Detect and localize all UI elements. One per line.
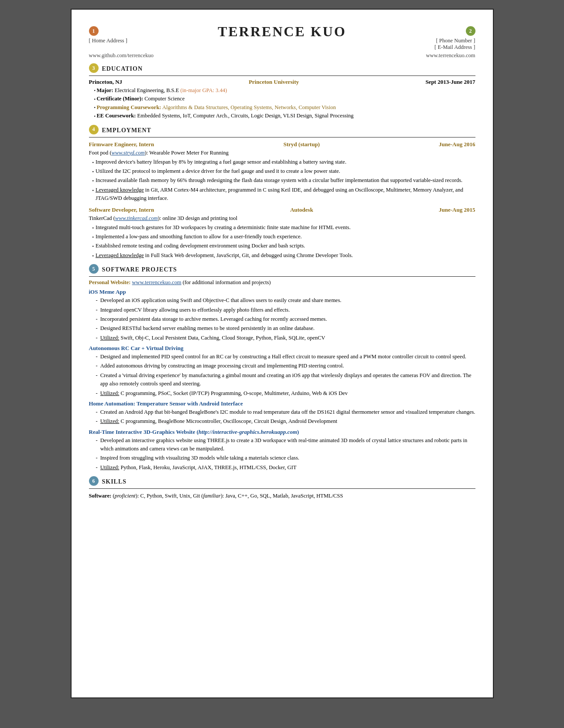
job-2-bullet-2: Implemented a low-pass and smoothing fun…: [92, 233, 475, 241]
3d-bullet-1: Developed an interactive graphics websit…: [96, 436, 475, 453]
job-2-dates: June-Aug 2015: [397, 206, 475, 213]
job-2-title: Software Developer, Intern: [89, 206, 207, 213]
rc-bullet-1: Designed and implemented PID speed contr…: [96, 353, 475, 361]
home-bullet-2: Utilized: C programming, BeagleBone Micr…: [96, 417, 475, 426]
job-1-title: Firmware Engineer, Intern: [89, 141, 207, 148]
github-link[interactable]: www.github.com/terrencekuo: [89, 52, 154, 59]
education-row: Princeton, NJ Princeton University Sept …: [89, 79, 475, 86]
project-rc-bullets: Designed and implemented PID speed contr…: [89, 353, 475, 398]
job-2-bullet-1: Integrated multi-touch gestures for 3D w…: [92, 223, 475, 232]
job-2-row: Software Developer, Intern Autodesk June…: [89, 206, 475, 213]
edu-bullet-4: EE Coursework: Embedded Systems, IoT, Co…: [94, 112, 475, 120]
project-home-title: Home Automation: Temperature Sensor with…: [89, 400, 475, 407]
stryd-link[interactable]: www.stryd.com: [112, 150, 145, 156]
ios-bullet-3: Incorporated persistent data storage to …: [96, 315, 475, 323]
edu-location: Princeton, NJ: [89, 79, 123, 86]
edu-prog-text: Algorithms & Data Structures, Operating …: [162, 104, 336, 110]
badge-1: 1: [89, 26, 99, 36]
ios-utilized: Utilized:: [100, 335, 120, 341]
personal-website-note: (for additional information and projects…: [181, 279, 271, 285]
edu-ee-text: Embedded Systems, IoT, Computer Arch., C…: [137, 113, 354, 119]
header-right: 2 [ Phone Number ] [ E-Mail Address ]: [379, 23, 475, 51]
job-1-bullet-4: Leveraged knowledge in Git, ARM Cortex-M…: [92, 186, 475, 203]
rc-bullet-2: Added autonomous driving by constructing…: [96, 362, 475, 370]
graphics-link[interactable]: http://interactive-graphics.herokuapp.co…: [198, 429, 297, 435]
personal-website-link[interactable]: www.terrencekuo.com: [132, 279, 181, 285]
badge-4: 4: [89, 125, 99, 134]
skills-section-header: 6 Skills: [89, 476, 475, 489]
tinkercad-link[interactable]: www.tinkercad.com: [115, 215, 158, 221]
home-utilized: Utilized:: [100, 418, 120, 424]
website-link[interactable]: www.terrencekuo.com: [426, 52, 475, 59]
projects-title: Software Projects: [102, 266, 177, 273]
job-2-company: Autodesk: [207, 206, 397, 213]
edu-major-label: Major:: [97, 87, 113, 93]
skills-text: Software: (proficient): C, Python, Swift…: [89, 491, 475, 500]
ios-bullet-1: Developed an iOS application using Swift…: [96, 296, 475, 305]
project-rc-title: Autonomous RC Car + Virtual Driving: [89, 345, 475, 352]
header-left: 1 [ Home Address ]: [89, 23, 185, 44]
edu-cert-label: Certificate (Minor):: [97, 96, 144, 102]
skills-title: Skills: [102, 478, 127, 485]
job-1-dates: June-Aug 2016: [397, 141, 475, 148]
rc-bullet-4: Utilized: C programming, PSoC, Socket (I…: [96, 389, 475, 398]
edu-school: Princeton University: [249, 79, 299, 86]
phone-number: [ Phone Number ]: [379, 38, 475, 44]
home-bullet-1: Created an Android App that bit-banged B…: [96, 408, 475, 416]
edu-bullets-list: Major: Electrical Engineering, B.S.E (in…: [89, 86, 475, 120]
sub-header: www.github.com/terrencekuo www.terrencek…: [89, 52, 475, 59]
edu-bullet-2: Certificate (Minor): Computer Science: [94, 95, 475, 103]
job-1-bullets: Improved device's battery lifespan by 8%…: [89, 158, 475, 203]
project-3d-bullets: Developed an interactive graphics websit…: [89, 436, 475, 472]
ios-bullet-2: Integrated openCV library allowing users…: [96, 306, 475, 314]
job-1-bullet-1: Improved device's battery lifespan by 8%…: [92, 158, 475, 166]
leveraged-2: Leveraged knowledge: [96, 252, 144, 258]
job-2-bullet-4: Leveraged knowledge in Full Stack Web de…: [92, 251, 475, 260]
skills-proficient-label: proficient: [115, 493, 136, 499]
job-1-bullet-2: Utilized the I2C protocol to implement a…: [92, 167, 475, 175]
3d-bullet-2: Inspired from struggling with visualizin…: [96, 454, 475, 462]
edu-bullet-3: Programming Coursework: Algorithms & Dat…: [94, 103, 475, 112]
job-1-row: Firmware Engineer, Intern Stryd (startup…: [89, 141, 475, 148]
edu-bullet-1: Major: Electrical Engineering, B.S.E (in…: [94, 86, 475, 95]
education-title: Education: [102, 65, 143, 72]
resume-container: 1 [ Home Address ] Terrence Kuo 2 [ Phon…: [71, 9, 494, 698]
employment-section-header: 4 Employment: [89, 125, 475, 137]
badge-5: 5: [89, 264, 99, 274]
email-address: [ E-Mail Address ]: [379, 44, 475, 51]
job-2-desc: TinkerCad (www.tinkercad.com): online 3D…: [89, 214, 475, 222]
edu-gpa: (in-major GPA: 3.44): [180, 87, 227, 93]
3d-utilized: Utilized:: [100, 464, 120, 470]
badge-6: 6: [89, 476, 99, 486]
ios-bullet-5: Utilized: Swift, Obj-C, Local Persistent…: [96, 334, 475, 342]
personal-website-label: Personal Website:: [89, 279, 132, 285]
badge-3: 3: [89, 63, 99, 73]
rc-utilized: Utilized:: [100, 390, 120, 396]
skills-software-label: Software:: [89, 493, 112, 499]
project-ios-bullets: Developed an iOS application using Swift…: [89, 296, 475, 342]
project-home-bullets: Created an Android App that bit-banged B…: [89, 408, 475, 426]
ios-bullet-4: Designed RESTful backend server enabling…: [96, 324, 475, 333]
3d-bullet-3: Utilized: Python, Flask, Heroku, JavaScr…: [96, 464, 475, 472]
employment-title: Employment: [102, 127, 151, 134]
job-1-company: Stryd (startup): [207, 141, 397, 148]
header-center: Terrence Kuo: [185, 23, 379, 40]
home-address: [ Home Address ]: [89, 38, 185, 44]
edu-dates: Sept 2013-June 2017: [425, 79, 475, 86]
project-3d-title: Real-Time Interactive 3D-Graphics Websit…: [89, 429, 475, 436]
job-2-bullet-3: Established remote testing and coding de…: [92, 242, 475, 250]
full-name: Terrence Kuo: [185, 24, 379, 40]
edu-prog-label: Programming Coursework:: [97, 104, 161, 110]
job-2-bullets: Integrated multi-touch gestures for 3D w…: [89, 223, 475, 260]
project-ios-title: iOS Meme App: [89, 288, 475, 295]
job-1-desc: Foot pod (www.stryd.com): Wearable Power…: [89, 149, 475, 157]
edu-ee-label: EE Coursework:: [97, 113, 136, 119]
rc-bullet-3: Created a 'virtual driving experience' b…: [96, 371, 475, 388]
header: 1 [ Home Address ] Terrence Kuo 2 [ Phon…: [89, 23, 475, 51]
personal-website-line: Personal Website: www.terrencekuo.com (f…: [89, 279, 475, 286]
skills-familiar-label: familiar: [203, 493, 221, 499]
badge-2: 2: [466, 26, 475, 36]
education-section-header: 3 Education: [89, 63, 475, 76]
projects-section-header: 5 Software Projects: [89, 264, 475, 277]
job-1-bullet-3: Increased available flash memory by 66% …: [92, 176, 475, 185]
